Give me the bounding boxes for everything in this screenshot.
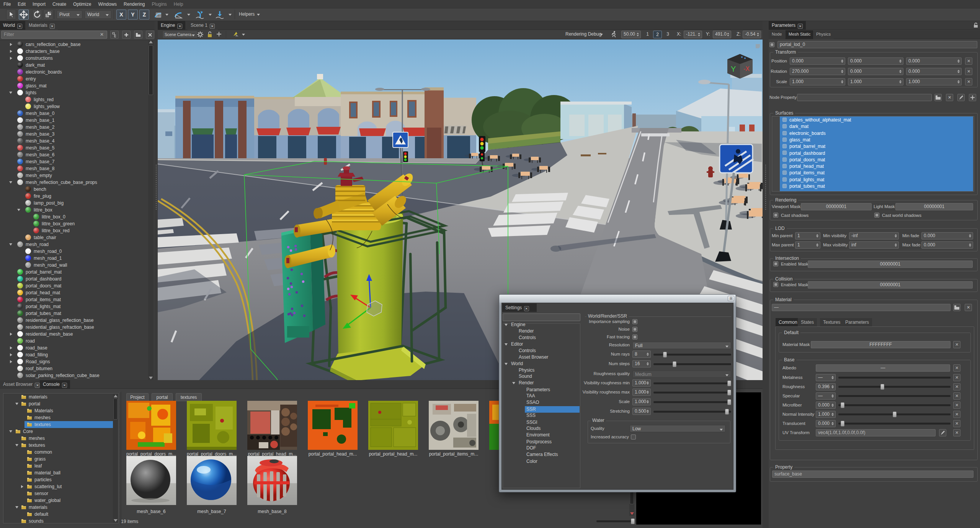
svg-text:Y: Y: [731, 65, 736, 73]
svg-text:-X: -X: [743, 66, 750, 72]
